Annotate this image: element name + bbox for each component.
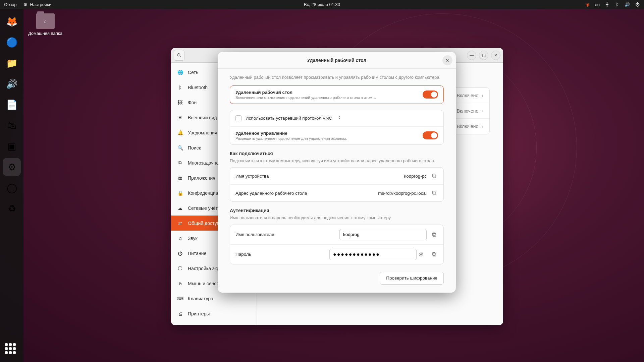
dock-firefox[interactable]: 🦊 xyxy=(3,12,21,31)
dock-software[interactable]: 🛍 xyxy=(3,116,21,134)
volume-icon[interactable]: 🔊 xyxy=(625,2,630,7)
sidebar-icon: 🔒 xyxy=(177,190,183,196)
sidebar-icon: 🖵 xyxy=(177,266,183,271)
auth-card: Имя пользователя Пароль xyxy=(230,225,444,264)
password-input[interactable] xyxy=(329,249,417,260)
sidebar-icon: ᛒ xyxy=(177,85,183,90)
window-close[interactable]: ✕ xyxy=(491,51,500,60)
dock-thunderbird[interactable]: 🔵 xyxy=(3,33,21,51)
sidebar-icon: 🖱 xyxy=(177,281,183,286)
rd-toggle[interactable] xyxy=(423,90,438,99)
dock-obs[interactable]: ◯ xyxy=(3,179,21,197)
svg-point-0 xyxy=(177,53,180,56)
dock-settings[interactable]: ⚙ xyxy=(3,158,21,176)
power-icon[interactable]: ⏻ xyxy=(635,2,640,7)
dock-rhythmbox[interactable]: 🔊 xyxy=(3,75,21,93)
howto-title: Как подключиться xyxy=(230,151,444,156)
howto-desc: Подключиться к этому компьютеру, использ… xyxy=(230,158,444,164)
sidebar-icon: ♫ xyxy=(177,236,183,241)
copy-address[interactable] xyxy=(431,189,438,197)
address-value: ms-rd://kodprog-pc.local xyxy=(378,191,427,196)
dock-trash[interactable]: ♻ xyxy=(3,199,21,218)
dialog-title: Удаленный рабочий стол xyxy=(307,58,366,63)
vnc-checkbox[interactable] xyxy=(235,115,241,121)
sidebar-icon: ☁ xyxy=(177,205,183,211)
chevron-right-icon: › xyxy=(482,93,483,98)
sidebar-label: Поиск xyxy=(188,145,201,150)
clock[interactable]: Вс, 28 июля 01:30 xyxy=(304,2,340,7)
vnc-options-menu[interactable]: ⋮ xyxy=(335,114,343,122)
search-button[interactable] xyxy=(174,50,184,61)
rd-toggle-title: Удаленный рабочий стол xyxy=(235,90,423,95)
sidebar-icon: 🔔 xyxy=(177,130,183,135)
chevron-right-icon: › xyxy=(482,124,483,129)
dock-terminal[interactable]: ▣ xyxy=(3,137,21,155)
sidebar-item-15[interactable]: ⌨Клавиатура xyxy=(171,291,257,306)
sidebar-item-16[interactable]: 🖨Принтеры xyxy=(171,306,257,321)
dialog-header: Удаленный рабочий стол ✕ xyxy=(218,52,456,69)
sidebar-icon: ▦ xyxy=(177,175,183,181)
auth-title: Аутентификация xyxy=(230,208,444,213)
dialog-close-button[interactable]: ✕ xyxy=(442,55,452,65)
sidebar-icon: 🖥 xyxy=(177,115,183,120)
sidebar-icon: ⏻ xyxy=(177,251,183,256)
input-language[interactable]: en xyxy=(595,2,600,7)
copy-username[interactable] xyxy=(431,231,438,238)
dock-files[interactable]: 📁 xyxy=(3,54,21,72)
sidebar-label: Питание xyxy=(188,251,206,256)
sharing-value: Включено xyxy=(457,124,479,129)
connection-info-card: Имя устройства kodprog-pc Адрес удаленно… xyxy=(230,167,444,202)
network-icon[interactable]: ╋ xyxy=(604,2,610,7)
window-maximize[interactable]: ▢ xyxy=(479,51,488,60)
eye-off-icon xyxy=(418,252,424,257)
copy-device-name[interactable] xyxy=(431,172,438,180)
rd-toggle-subtitle: Включение или отключение подключений уда… xyxy=(235,96,376,100)
verify-encryption-button[interactable]: Проверить шифрование xyxy=(380,272,444,285)
window-minimize[interactable]: — xyxy=(467,51,476,60)
sidebar-icon: ⇄ xyxy=(177,221,183,226)
sidebar-label: Клавиатура xyxy=(188,296,213,301)
screencast-icon[interactable]: ◉ xyxy=(585,2,590,7)
sidebar-icon: ⌨ xyxy=(177,296,183,301)
sidebar-label: Сеть xyxy=(188,70,198,75)
svg-line-1 xyxy=(180,56,181,57)
copy-icon xyxy=(432,191,437,195)
sidebar-label: Звук xyxy=(188,236,198,241)
sidebar-label: Внешний вид xyxy=(188,115,217,120)
password-label: Пароль xyxy=(235,252,292,257)
desktop-home-folder[interactable]: ⌂ Домашняя папка xyxy=(27,13,64,36)
sidebar-icon: 🌐 xyxy=(177,70,183,75)
search-icon xyxy=(177,53,181,58)
sharing-value: Включено xyxy=(457,108,479,114)
dock-show-apps[interactable] xyxy=(5,343,18,357)
app-menu-label: Настройки xyxy=(30,2,52,7)
sidebar-icon: 🖨 xyxy=(177,311,183,316)
sidebar-icon: ⧉ xyxy=(177,160,183,166)
dock: 🦊 🔵 📁 🔊 📄 🛍 ▣ ⚙ ◯ ♻ xyxy=(0,9,23,362)
rc-toggle-title: Удаленное управление xyxy=(235,131,423,136)
vnc-label: Использовать устаревший протокол VNC xyxy=(246,116,332,121)
address-label: Адрес удаленного рабочего стола xyxy=(235,191,307,196)
sidebar-label: Общий доступ xyxy=(188,221,219,226)
sidebar-label: Принтеры xyxy=(188,311,210,316)
app-menu[interactable]: ⚙ Настройки xyxy=(23,2,52,7)
dock-writer[interactable]: 📄 xyxy=(3,96,21,114)
top-bar: Обзор ⚙ Настройки Вс, 28 июля 01:30 ◉ en… xyxy=(0,0,644,9)
chevron-right-icon: › xyxy=(482,108,483,114)
sharing-value: Включено xyxy=(457,93,479,98)
rc-toggle[interactable] xyxy=(423,131,438,139)
folder-icon: ⌂ xyxy=(36,13,55,29)
sidebar-label: Bluetooth xyxy=(188,85,208,90)
remote-desktop-dialog: Удаленный рабочий стол ✕ Удаленный рабоч… xyxy=(218,52,456,293)
toggle-password-visibility[interactable] xyxy=(417,251,425,258)
remote-desktop-card: Удаленный рабочий стол Включение или отк… xyxy=(230,85,444,104)
gear-icon: ⚙ xyxy=(23,2,28,7)
copy-password[interactable] xyxy=(431,251,438,258)
username-input[interactable] xyxy=(339,229,427,240)
activities-button[interactable]: Обзор xyxy=(4,2,17,7)
bluetooth-icon[interactable]: ᛒ xyxy=(614,2,620,7)
desktop-home-label: Домашняя папка xyxy=(27,31,64,36)
device-name-label: Имя устройства xyxy=(235,174,269,179)
sidebar-label: Приложения xyxy=(188,175,215,181)
device-name-value: kodprog-pc xyxy=(404,174,427,179)
